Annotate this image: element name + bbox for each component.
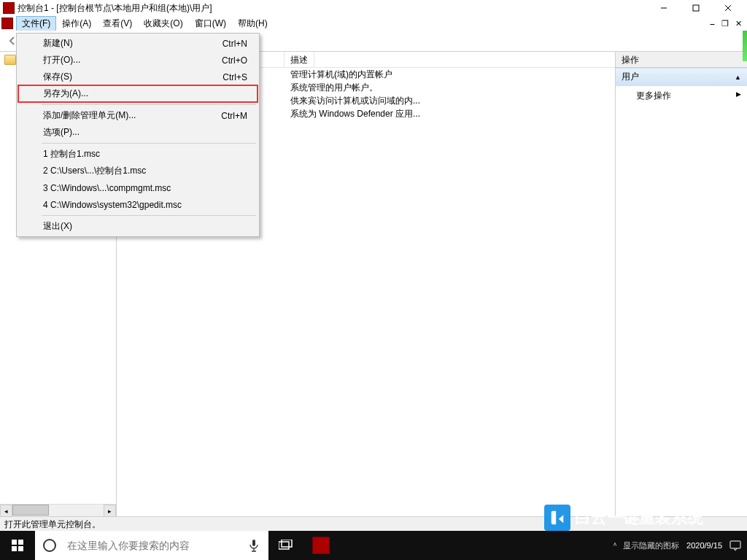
task-view-button[interactable] <box>268 531 303 560</box>
tray-text: 显示隐藏的图标 <box>623 540 679 551</box>
menu-item-options[interactable]: 选项(P)... <box>18 124 258 141</box>
svg-rect-10 <box>279 542 289 549</box>
menu-item-recent-4[interactable]: 4 C:\Windows\system32\gpedit.msc <box>18 196 258 213</box>
tray-clock[interactable]: 2020/9/15 <box>684 540 725 551</box>
child-close-button[interactable]: ✕ <box>732 18 744 29</box>
taskbar-search[interactable] <box>35 531 268 560</box>
menu-item-save-as[interactable]: 另存为(A)... <box>18 85 258 102</box>
app-icon <box>3 2 15 14</box>
svg-rect-11 <box>282 540 292 547</box>
mmc-doc-icon <box>1 18 13 29</box>
menu-item-recent-2[interactable]: 2 C:\Users\...\控制台1.msc <box>18 163 258 179</box>
cell-desc: 系统为 Windows Defender 应用... <box>290 108 420 120</box>
maximize-button[interactable] <box>680 0 712 16</box>
close-button[interactable] <box>712 0 744 16</box>
chevron-right-icon: ▶ <box>736 90 741 98</box>
svg-rect-1 <box>693 5 699 11</box>
menu-view[interactable]: 查看(V) <box>97 16 138 31</box>
window-title: 控制台1 - [控制台根节点\本地用户和组(本地)\用户] <box>18 2 648 15</box>
actions-category-users[interactable]: 用户 ▲ <box>616 68 747 86</box>
actions-pane-header: 操作 <box>616 52 747 68</box>
menu-favorites[interactable]: 收藏夹(O) <box>138 16 188 31</box>
svg-rect-7 <box>18 546 23 551</box>
svg-rect-6 <box>12 546 17 551</box>
menu-separator <box>42 104 256 105</box>
menu-action[interactable]: 操作(A) <box>56 16 97 31</box>
scroll-thumb[interactable] <box>12 505 49 516</box>
scroll-accent <box>743 31 747 61</box>
column-header-desc[interactable]: 描述 <box>285 52 314 67</box>
file-menu-dropdown: 新建(N)Ctrl+N 打开(O)...Ctrl+O 保存(S)Ctrl+S 另… <box>16 33 260 237</box>
menu-item-add-remove-snapin[interactable]: 添加/删除管理单元(M)...Ctrl+M <box>18 107 258 124</box>
collapse-arrow-icon: ▲ <box>735 74 741 81</box>
status-text: 打开此管理单元控制台。 <box>4 519 101 529</box>
actions-more-label: 更多操作 <box>636 90 671 101</box>
taskbar-app-mmc[interactable] <box>303 531 338 560</box>
cell-desc: 管理计算机(域)的内置帐户 <box>290 69 392 81</box>
mic-icon[interactable] <box>239 531 268 560</box>
start-button[interactable] <box>0 531 35 560</box>
watermark: 白云一键重装系统 <box>544 505 703 531</box>
child-restore-button[interactable]: ❐ <box>719 18 731 29</box>
menu-file[interactable]: 文件(F) <box>16 16 56 31</box>
menu-item-recent-3[interactable]: 3 C:\Windows\...\compmgmt.msc <box>18 179 258 196</box>
svg-point-8 <box>44 540 55 551</box>
taskbar: ＾ 显示隐藏的图标 2020/9/15 <box>0 531 747 560</box>
tray-date: 2020/9/15 <box>686 540 722 551</box>
mmc-icon <box>312 537 330 554</box>
menu-separator <box>42 215 256 216</box>
menu-separator <box>42 143 256 144</box>
actions-more[interactable]: 更多操作 ▶ <box>616 86 747 106</box>
svg-rect-9 <box>252 540 255 546</box>
system-tray: ＾ 显示隐藏的图标 2020/9/15 <box>605 531 747 560</box>
minimize-button[interactable] <box>648 0 680 16</box>
actions-category-label: 用户 <box>622 71 639 83</box>
menu-item-open[interactable]: 打开(O)...Ctrl+O <box>18 52 258 69</box>
menu-item-exit[interactable]: 退出(X) <box>18 218 258 235</box>
menu-item-save[interactable]: 保存(S)Ctrl+S <box>18 69 258 85</box>
scroll-right-button[interactable]: ▸ <box>104 505 116 517</box>
titlebar: 控制台1 - [控制台根节点\本地用户和组(本地)\用户] <box>0 0 747 16</box>
scroll-left-button[interactable]: ◂ <box>0 505 12 517</box>
folder-icon <box>4 55 16 65</box>
menu-item-new[interactable]: 新建(N)Ctrl+N <box>18 35 258 52</box>
child-minimize-button[interactable]: ‒ <box>706 18 718 29</box>
cortana-icon[interactable] <box>35 531 64 560</box>
svg-rect-5 <box>18 540 23 545</box>
watermark-icon <box>544 505 570 531</box>
menu-help[interactable]: 帮助(H) <box>232 16 274 31</box>
watermark-text: 白云一键重装系统 <box>575 507 703 529</box>
action-center-button[interactable] <box>729 540 741 551</box>
actions-pane: 操作 用户 ▲ 更多操作 ▶ <box>616 52 747 516</box>
tray-overflow-button[interactable]: ＾ <box>611 540 619 551</box>
cell-desc: 系统管理的用户帐户。 <box>290 82 378 94</box>
horizontal-scrollbar[interactable]: ◂ ▸ <box>0 504 116 516</box>
menu-window[interactable]: 窗口(W) <box>189 16 232 31</box>
menu-item-recent-1[interactable]: 1 控制台1.msc <box>18 146 258 163</box>
svg-rect-12 <box>730 541 740 548</box>
cell-desc: 供来宾访问计算机或访问域的内... <box>290 95 420 107</box>
menubar: 文件(F) 操作(A) 查看(V) 收藏夹(O) 窗口(W) 帮助(H) ‒ ❐… <box>0 16 747 31</box>
svg-rect-4 <box>12 540 17 545</box>
search-input[interactable] <box>64 532 239 559</box>
